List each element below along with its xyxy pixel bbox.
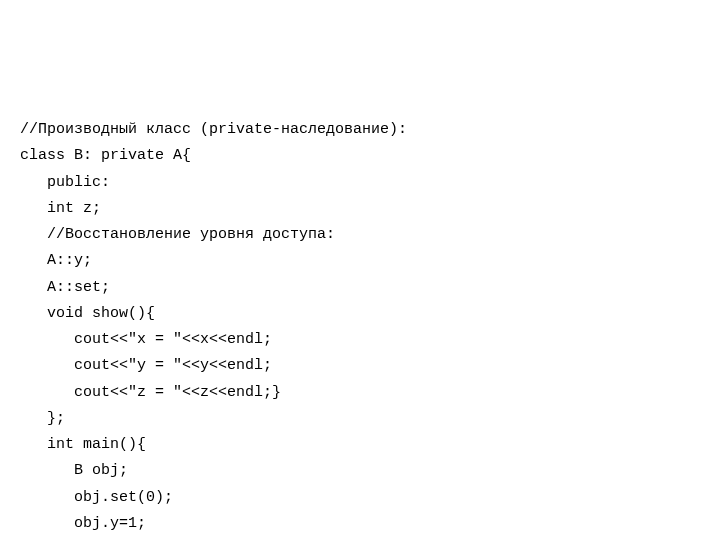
code-line: //Восстановление уровня доступа: <box>20 222 700 248</box>
code-line: A::y; <box>20 248 700 274</box>
code-line: cout<<"x = "<<x<<endl; <box>20 327 700 353</box>
code-line: void show(){ <box>20 301 700 327</box>
code-line: public: <box>20 170 700 196</box>
code-line: int main(){ <box>20 432 700 458</box>
code-line: obj.set(0); <box>20 485 700 511</box>
code-line: //Производный класс (private-наследовани… <box>20 117 700 143</box>
code-block: //Производный класс (private-наследовани… <box>20 117 700 540</box>
code-line: }; <box>20 406 700 432</box>
code-line: cout<<"z = "<<z<<endl;} <box>20 380 700 406</box>
code-line: obj.y=1; <box>20 511 700 537</box>
code-line: int z; <box>20 196 700 222</box>
code-line: class B: private A{ <box>20 143 700 169</box>
code-line: cout<<"y = "<<y<<endl; <box>20 353 700 379</box>
code-line: A::set; <box>20 275 700 301</box>
code-line: B obj; <box>20 458 700 484</box>
